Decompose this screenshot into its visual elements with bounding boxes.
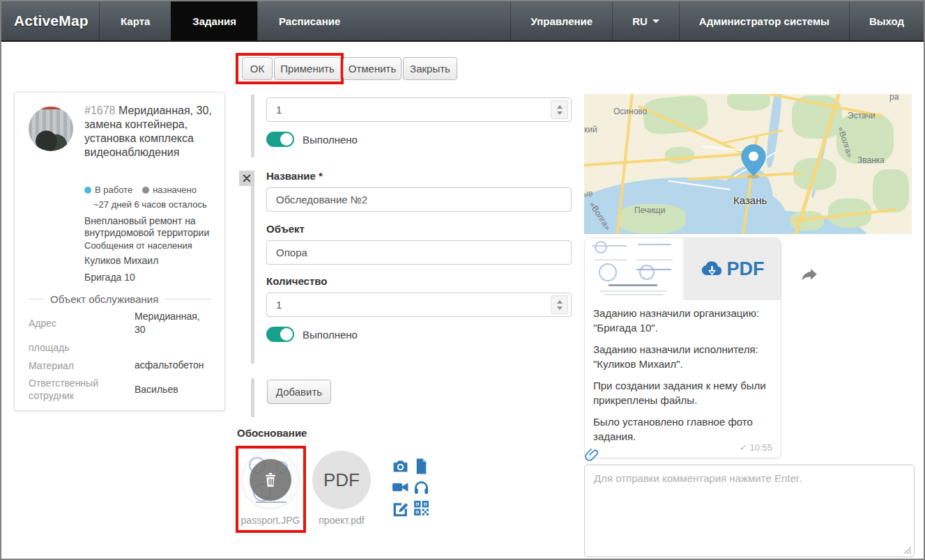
navbar-right: Управление RU Администратор системы Выхо… [510,1,924,40]
nav-item-logout[interactable]: Выход [849,1,924,40]
status-assigned-label: назначено [153,185,197,195]
system-messages: Заданию назначили организацию: "Бригада … [585,300,781,458]
done-toggle-row-1: Выполнено [266,132,358,147]
attachment-actions [392,458,431,517]
assignee-label: Куликов Михаил [84,255,217,267]
map-label-pechishchi: Печищи [634,205,665,215]
justification-label: Обоснование [237,427,307,439]
map-label-zvanka: Званка [857,155,885,165]
comment-input[interactable] [584,465,915,557]
subtask-block-bar [251,171,254,364]
nav-item-current-user[interactable]: Администратор системы [679,1,849,40]
field-label: Адрес [29,317,135,329]
field-label: Ответственный сотрудник [29,377,135,402]
share-icon[interactable] [800,267,818,285]
file-thumb-passport[interactable] [241,451,300,509]
tab-tasks[interactable]: Задания [171,1,257,40]
quantity-top-stepper[interactable] [551,100,568,119]
paperclip-icon[interactable] [584,447,599,462]
attachment-pdf[interactable]: PDF [684,238,781,300]
done-toggle-2-label: Выполнено [303,329,358,341]
field-value: асфальтобетон [135,359,212,372]
file-thumb-pdf[interactable]: PDF [312,451,371,509]
pdf-preview-label: PDF [727,258,765,280]
file-icon[interactable] [413,458,430,475]
subtask-block-bar [251,95,254,157]
message-time: ✓ 10:55 [740,440,772,455]
task-summary-card: #1678 Меридианная, 30, замена контейнера… [14,92,225,411]
task-photo-avatar[interactable] [29,107,73,151]
map-label-kazan: Казань [733,194,767,206]
object-field-label: Объект [266,223,305,235]
quantity-field [266,293,572,317]
name-input[interactable] [266,187,572,212]
quantity-stepper[interactable] [551,295,568,314]
object-input[interactable] [266,240,572,265]
language-dropdown[interactable]: RU [612,1,679,40]
done-toggle-1[interactable] [266,132,294,147]
map-label-skiy-partial: ский [584,125,597,134]
headphones-icon[interactable] [413,479,430,496]
sent-check-icon: ✓ [740,442,747,453]
map-label-ye-partial: ые [584,189,593,199]
delete-file-overlay[interactable] [250,459,291,501]
file-name-passport: passport.JPG [232,515,309,526]
chat-message: При создании задания к нему были прикреп… [593,378,772,407]
map-pin-icon [739,143,768,180]
stepper-down-icon[interactable] [557,306,563,310]
video-icon[interactable] [392,479,409,496]
tab-schedule[interactable]: Расписание [257,1,361,40]
stepper-up-icon[interactable] [557,105,563,109]
attachment-image-passport[interactable] [585,238,683,300]
trash-icon [263,472,278,488]
service-object-fields: Адрес Меридианная, 30 площадь Материал а… [29,310,212,402]
nav-item-management[interactable]: Управление [510,1,612,40]
done-toggle-2[interactable] [266,327,294,342]
close-button[interactable]: Закрыть [403,57,457,80]
add-button[interactable]: Добавить [267,380,331,404]
stepper-down-icon[interactable] [557,111,563,115]
message-attachments: PDF [585,238,781,300]
chat-message: Заданию назначили организацию: "Бригада … [593,306,772,335]
camera-icon[interactable] [392,458,409,475]
service-object-divider: Объект обслуживания [29,293,211,305]
time-left-label: ~27 дней 6 часов осталось [93,199,225,210]
remove-subtask-button[interactable] [239,171,254,186]
field-value: Меридианная, 30 [135,310,212,336]
close-icon [243,174,251,182]
field-label: площадь [29,341,135,354]
name-field-label: Название * [266,170,323,182]
ok-button[interactable]: ОК [242,57,273,80]
cloud-download-icon [701,260,723,279]
task-id: #1678 [84,104,116,116]
task-location-map[interactable]: Осиново Эстачи ра «Волга» Званка ский ые… [584,94,912,234]
quantity-top-input[interactable] [266,98,572,122]
map-label-gora-partial: ра [889,94,899,102]
cancel-button[interactable]: Отменить [343,57,402,80]
quantity-top-field [266,98,572,122]
tab-map[interactable]: Карта [99,1,171,40]
status-inwork-label: В работе [95,185,132,195]
status-assigned-dot [142,187,149,194]
app-logo: ActiveMap [1,1,99,40]
status-inwork-dot [84,187,91,194]
top-navbar: ActiveMap Карта Задания Расписание Управ… [1,1,924,42]
chat-message-bubble: PDF Заданию назначили организацию: "Бриг… [584,238,781,458]
field-label: Материал [29,359,135,372]
add-block-bar [251,378,254,417]
task-title: #1678 Меридианная, 30, замена контейнера… [84,104,214,160]
apply-button[interactable]: Применить [274,57,341,80]
pdf-badge: PDF [323,469,360,491]
edit-icon[interactable] [392,499,409,517]
stepper-up-icon[interactable] [557,300,563,304]
chat-message: Было установлено главное фото задания. [593,414,772,444]
done-toggle-1-label: Выполнено [303,134,358,146]
quantity-input[interactable] [266,293,572,317]
work-type-label: Внеплановый ремонт на внутридомовой терр… [84,215,217,239]
qr-code-icon[interactable] [413,499,430,517]
field-value: Васильев [135,383,212,396]
chat-message: Заданию назначили исполнителя: "Куликов … [593,342,772,371]
activemap-window: ActiveMap Карта Задания Расписание Управ… [0,0,925,560]
organization-label: Бригада 10 [84,272,217,283]
service-object-title: Объект обслуживания [50,293,158,305]
